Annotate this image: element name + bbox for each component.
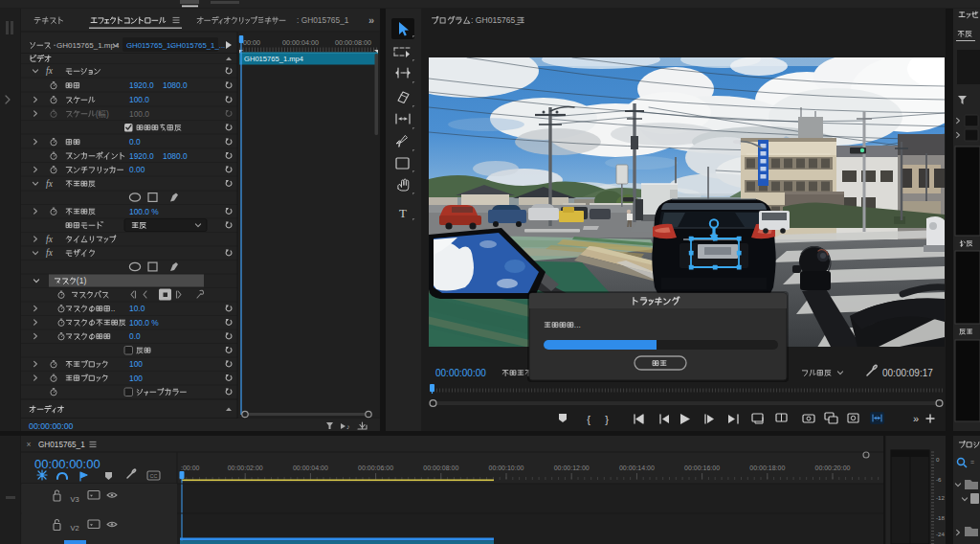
svg-text:100.0 %: 100.0 %: [129, 207, 159, 216]
svg-text:{: {: [587, 414, 590, 425]
svg-text:100.0: 100.0: [129, 109, 149, 119]
svg-text:00:00:04:00: 00:00:04:00: [293, 465, 328, 471]
svg-text:...: ...: [574, 320, 581, 329]
svg-text:00:00:16:00: 00:00:16:00: [684, 465, 720, 471]
svg-text:-6: -6: [936, 476, 942, 483]
svg-text:00:00:06:00: 00:00:06:00: [358, 465, 393, 471]
svg-text:GH015765_1-: GH015765_1-: [126, 41, 173, 50]
svg-text:fx: fx: [46, 248, 54, 258]
svg-text:fx: fx: [46, 66, 54, 76]
svg-text:1080.0: 1080.0: [163, 80, 188, 90]
svg-text:00:00:00:00: 00:00:00:00: [29, 421, 74, 431]
svg-text:00:00:12:00: 00:00:12:00: [554, 465, 590, 471]
svg-text:0: 0: [936, 456, 940, 463]
svg-text:100.0: 100.0: [129, 95, 149, 104]
svg-text:×: ×: [27, 440, 32, 449]
svg-text:GH015765_1.mp4: GH015765_1.mp4: [244, 55, 303, 63]
svg-text:0.00: 0.00: [129, 165, 145, 174]
svg-text:: GH015765_1: : GH015765_1: [297, 15, 349, 25]
svg-text:fx: fx: [46, 235, 54, 244]
svg-text:V3: V3: [70, 495, 78, 504]
svg-text:00:00:20:00: 00:00:20:00: [815, 465, 851, 471]
svg-text:0.0: 0.0: [129, 137, 141, 147]
svg-text:1080.0: 1080.0: [163, 151, 188, 161]
svg-text:=: =: [970, 459, 974, 465]
svg-text:00:00:00:00: 00:00:00:00: [435, 368, 486, 378]
svg-text:100.0 %: 100.0 %: [129, 318, 159, 328]
svg-text:00:00:18:00: 00:00:18:00: [749, 465, 785, 471]
svg-text:(1): (1): [77, 276, 87, 285]
svg-text:100: 100: [129, 374, 143, 383]
svg-text:GH015765_1.mp4: GH015765_1.mp4: [56, 41, 120, 50]
svg-text:(幅): (幅): [96, 109, 109, 119]
svg-text:CC: CC: [150, 473, 158, 479]
svg-text:: GH015765_1: : GH015765_1: [471, 15, 524, 25]
svg-text:00:00:02:00: 00:00:02:00: [228, 465, 263, 471]
svg-text:00:00:10:00: 00:00:10:00: [489, 465, 524, 471]
svg-text:00:00: 00:00: [243, 38, 260, 47]
svg-text:GH015765_1: GH015765_1: [38, 441, 85, 449]
svg-text:10.0: 10.0: [129, 304, 145, 313]
svg-text:00:00:08:00: 00:00:08:00: [423, 465, 458, 471]
svg-text:-12: -12: [936, 494, 946, 501]
svg-text:T: T: [399, 206, 407, 220]
svg-text:..: ..: [111, 304, 116, 313]
svg-text:100: 100: [129, 359, 143, 369]
svg-text:»: »: [368, 14, 374, 26]
svg-text:♪: ♪: [346, 423, 350, 430]
svg-text:00:00:14:00: 00:00:14:00: [619, 465, 655, 471]
svg-text:1920.0: 1920.0: [129, 151, 154, 161]
svg-text:00:00:09:17: 00:00:09:17: [882, 368, 933, 378]
svg-text:00:00:04:00: 00:00:04:00: [282, 38, 319, 47]
svg-text:-18: -18: [936, 514, 946, 521]
svg-text:-24: -24: [936, 531, 946, 537]
svg-text:V2: V2: [70, 524, 78, 533]
svg-text:0.0: 0.0: [129, 331, 141, 341]
svg-text:00:00:00:00: 00:00:00:00: [34, 457, 100, 471]
svg-text:}: }: [605, 414, 609, 425]
svg-text:GH015765_1_...: GH015765_1_...: [170, 41, 225, 50]
svg-text::00:00: :00:00: [181, 465, 200, 471]
svg-text:»: »: [913, 413, 919, 424]
svg-text:1920.0: 1920.0: [129, 80, 154, 90]
svg-text:00:00:08:00: 00:00:08:00: [335, 38, 371, 47]
svg-text:fx: fx: [46, 179, 54, 189]
